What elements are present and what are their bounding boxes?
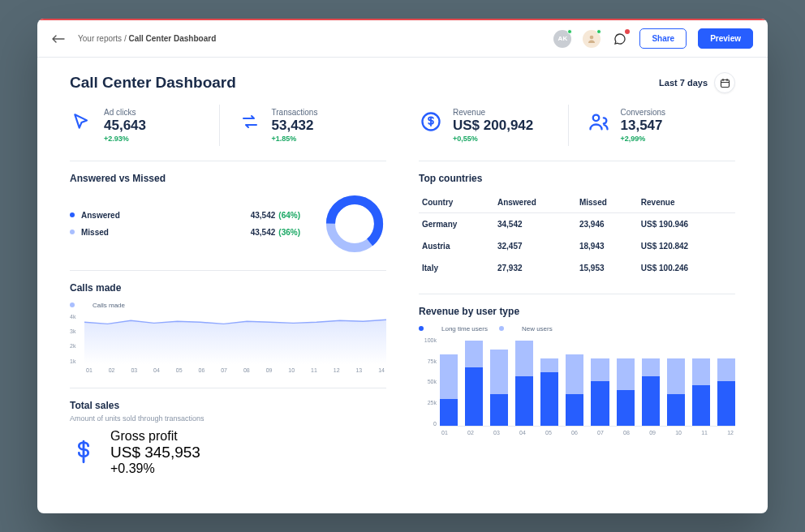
presence-dot-icon — [567, 29, 572, 34]
gross-profit-value: US$ 345,953 — [110, 444, 200, 461]
share-button[interactable]: Share — [639, 28, 687, 49]
bar-column — [642, 358, 660, 426]
table-header: Missed — [576, 192, 638, 213]
notification-dot-icon — [625, 29, 630, 34]
kpi-conversions: Conversions 13,547 +2,99% — [568, 105, 736, 146]
breadcrumb[interactable]: Your reports / Call Center Dashboard — [78, 34, 216, 43]
bar-column — [717, 358, 735, 426]
users-icon — [587, 109, 611, 134]
bar-column — [566, 354, 583, 426]
kpi-label: Revenue — [453, 108, 533, 117]
legend-name: Missed — [81, 228, 251, 237]
page-title: Call Center Dashboard — [70, 74, 236, 92]
breadcrumb-root: Your reports — [78, 34, 122, 43]
kpi-label: Conversions — [621, 108, 666, 117]
kpi-ad-clicks: Ad clicks 45,643 +2.93% — [70, 105, 219, 146]
avatar-user-1[interactable]: AK — [553, 30, 571, 48]
bar-column — [692, 358, 710, 426]
kpi-delta: +0,55% — [453, 135, 533, 143]
section-subtitle: Amount of units sold through transaction… — [70, 414, 386, 423]
table-row: Austria32,45718,943US$ 120.842 — [419, 235, 735, 257]
breadcrumb-sep: / — [124, 34, 127, 43]
gross-profit-label: Gross profit — [110, 429, 200, 444]
kpi-transactions: Transactions 53,432 +1.85% — [219, 105, 387, 146]
svg-rect-1 — [721, 79, 729, 87]
kpi-value: 45,643 — [104, 118, 146, 134]
legend-dot-icon — [419, 326, 424, 331]
presence-dot-icon — [596, 29, 601, 34]
topbar: Your reports / Call Center Dashboard AK … — [37, 20, 768, 58]
legend-value: 43,542 — [251, 228, 276, 237]
preview-button[interactable]: Preview — [698, 28, 753, 49]
calendar-icon[interactable] — [714, 72, 735, 93]
bar-column — [515, 341, 533, 426]
table-header: Country — [419, 192, 494, 213]
legend-dot-icon — [70, 230, 75, 234]
revenue-by-user-card: Revenue by user type Long time users New… — [419, 294, 735, 435]
table-row: Germany34,54223,946US$ 190.946 — [419, 212, 735, 235]
countries-table: CountryAnsweredMissedRevenue Germany34,5… — [419, 192, 735, 279]
kpi-revenue: Revenue US$ 200,942 +0,55% — [419, 105, 568, 146]
bar-column — [591, 358, 609, 426]
app-frame: Your reports / Call Center Dashboard AK … — [37, 19, 768, 513]
svg-point-0 — [590, 35, 594, 39]
dollar-icon — [70, 438, 99, 467]
section-title: Answered vs Missed — [70, 173, 386, 184]
breadcrumb-page: Call Center Dashboard — [128, 34, 216, 43]
back-button[interactable] — [52, 32, 67, 46]
legend-row: Answered43,542 (64%) — [70, 207, 300, 224]
legend-label: Calls made — [93, 302, 125, 309]
bar-column — [440, 354, 458, 426]
legend-row: Missed43,542 (36%) — [70, 224, 300, 241]
bar-column — [490, 350, 508, 426]
section-title: Calls made — [70, 282, 386, 294]
revenue-bar-chart — [440, 337, 735, 427]
total-sales-card: Total sales Amount of units sold through… — [70, 388, 386, 476]
date-range-selector[interactable]: Last 7 days — [659, 72, 735, 93]
kpi-value: 13,547 — [621, 118, 666, 134]
kpi-label: Ad clicks — [104, 108, 146, 117]
section-title: Top countries — [419, 173, 735, 184]
kpi-label: Transactions — [272, 108, 318, 117]
kpi-delta: +2.93% — [104, 135, 146, 143]
bar-column — [465, 341, 483, 426]
legend-pct: (36%) — [278, 228, 300, 237]
legend-pct: (64%) — [278, 211, 300, 220]
swap-icon — [238, 109, 262, 134]
top-countries-card: Top countries CountryAnsweredMissedReven… — [419, 161, 735, 279]
answered-vs-missed-card: Answered vs Missed Answered43,542 (64%)M… — [70, 161, 386, 255]
bar-column — [667, 358, 685, 426]
dollar-circle-icon — [419, 109, 443, 134]
legend-label: Long time users — [441, 325, 488, 332]
donut-chart — [323, 192, 386, 255]
avatar-user-2[interactable] — [583, 30, 601, 48]
bar-column — [540, 358, 558, 426]
messages-button[interactable] — [612, 31, 628, 47]
section-title: Total sales — [70, 400, 386, 411]
calls-made-card: Calls made Calls made 4k3k2k1k 010203040… — [70, 270, 386, 373]
gross-profit-delta: +0.39% — [110, 461, 200, 476]
kpi-value: 53,432 — [272, 118, 318, 134]
legend-name: Answered — [81, 211, 251, 220]
bar-column — [617, 358, 635, 426]
legend-dot-icon — [70, 302, 75, 307]
kpi-delta: +2,99% — [621, 135, 666, 143]
table-row: Italy27,93215,953US$ 100.246 — [419, 257, 735, 279]
legend-value: 43,542 — [251, 211, 276, 220]
legend-dot-icon — [70, 212, 75, 217]
kpi-delta: +1.85% — [272, 135, 318, 143]
section-title: Revenue by user type — [419, 306, 735, 317]
table-header: Revenue — [638, 192, 735, 213]
legend-label: New users — [522, 325, 553, 332]
cursor-icon — [70, 109, 94, 134]
legend-dot-icon — [499, 326, 504, 331]
table-header: Answered — [494, 192, 576, 213]
calls-area-chart — [84, 314, 386, 364]
date-range-label: Last 7 days — [659, 78, 708, 88]
svg-point-5 — [592, 115, 598, 121]
kpi-value: US$ 200,942 — [453, 118, 533, 134]
